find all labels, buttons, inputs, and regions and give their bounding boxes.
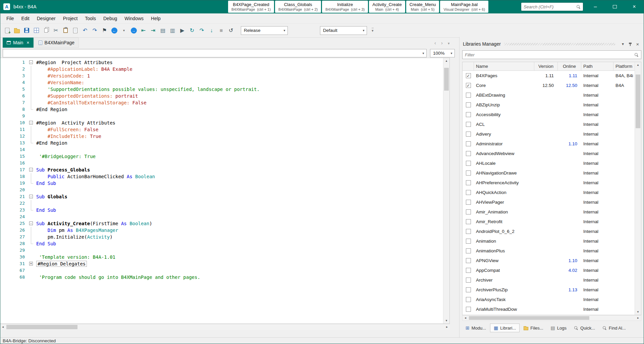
library-checkbox[interactable] [466,190,471,195]
navigate-forward-icon[interactable] [129,26,138,35]
member-navigator-select[interactable] [3,49,427,57]
panel-tab-quick[interactable]: Quick... [571,324,598,332]
library-checkbox[interactable] [466,180,471,185]
table-row[interactable]: AnimationInternal [463,236,641,246]
cut-icon[interactable]: ✂ [51,26,60,35]
table-row[interactable]: AHViewPagerInternal [463,197,641,207]
table-row[interactable]: APNGView1.10Internal [463,256,641,265]
table-row[interactable]: ✓Core12.5012.50InternalB4A [463,81,641,90]
library-online-version[interactable]: 4.02 [558,265,581,275]
editor-horizontal-scrollbar[interactable] [0,324,450,330]
library-checkbox[interactable] [466,93,471,98]
table-row[interactable]: Administrator1.10Internal [463,139,641,149]
table-row[interactable]: AHLocaleInternal [463,158,641,168]
table-row[interactable]: AccessibilityInternal [463,110,641,119]
panel-tab-librari[interactable]: ▦Librari... [490,324,520,332]
menu-project[interactable]: Project [59,13,82,23]
library-checkbox[interactable] [466,307,471,312]
restart-icon[interactable]: ↺ [226,26,235,35]
table-row[interactable]: AHNavigationDraweInternal [463,168,641,178]
titlebar-bookmark[interactable]: InitializeB4XMainPage (ctrl + 3) [322,1,368,13]
table-row[interactable]: AdvancedWebviewInternal [463,149,641,158]
table-row[interactable]: ABExtDrawingInternal [463,90,641,100]
paste-icon[interactable] [61,26,70,35]
table-row[interactable]: AppCompat4.02Internal [463,265,641,275]
scrollbar-track[interactable] [6,324,444,330]
titlebar-bookmark[interactable]: Create_MenuMain (ctrl + 5) [406,1,439,13]
scrollbar-thumb[interactable] [444,68,449,91]
library-checkbox[interactable] [466,209,471,214]
table-row[interactable]: ACLInternal [463,119,641,129]
uncomment-icon[interactable]: ▥ [168,26,177,35]
table-row[interactable]: AHPreferenceActivityInternal [463,178,641,188]
library-checkbox[interactable] [466,132,471,137]
scroll-down-icon[interactable] [443,318,449,324]
library-checkbox[interactable] [466,102,471,107]
library-checkbox[interactable] [466,200,471,205]
toolbar-overflow-icon[interactable] [372,28,374,33]
scrollbar-track[interactable] [468,315,635,321]
fold-toggle-icon[interactable]: - [29,222,33,225]
scroll-up-icon[interactable] [443,58,449,64]
scrollbar-thumb[interactable] [636,75,640,128]
titlebar-bookmark[interactable]: B4XPage_CreatedB4XMainPage (ctrl + 1) [228,1,274,13]
titlebar-bookmark[interactable]: Class_GlobalsB4XMainPage (ctrl + 2) [275,1,321,13]
library-online-version[interactable]: 1.11 [558,71,581,81]
back-history-icon[interactable]: ▾ [119,26,128,35]
table-row[interactable]: ✓B4XPages1.111.11InternalB4A, B4i [463,71,641,81]
titlebar-bookmark[interactable]: MainPage.balVisual Designer (ctrl + 6) [440,1,488,13]
tab-b4xmainpage[interactable]: B4XMainPage [34,38,79,48]
table-row[interactable]: ArchiverPlusZip1.13Internal [463,285,641,295]
zoom-select[interactable]: 100% [430,49,455,57]
panel-tab-files[interactable]: Files... [520,324,546,332]
library-checkbox[interactable] [466,161,471,166]
table-row[interactable]: AriaAsyncTaskInternal [463,295,641,304]
menu-edit[interactable]: Edit [18,13,33,23]
undo-icon[interactable]: ↶ [80,26,90,35]
code-area[interactable]: 1-#Region Project Attributes2 #Applicati… [0,58,443,324]
library-online-version[interactable]: 12.50 [558,81,581,90]
table-row[interactable]: AriaMultiThreadDowInternal [463,304,641,314]
bookmark-icon[interactable]: ⚑ [100,26,109,35]
titlebar-bookmark[interactable]: Activity_CreateMain (ctrl + 4) [369,1,405,13]
comment-icon[interactable]: ▤ [158,26,167,35]
fold-toggle-icon[interactable]: + [29,262,33,265]
library-checkbox[interactable] [466,278,471,283]
scrollbar-track[interactable] [443,64,449,318]
library-checkbox[interactable] [466,122,471,127]
tab-list-icon[interactable] [448,40,450,46]
library-checkbox[interactable]: ✓ [466,83,471,88]
save-icon[interactable] [22,26,31,35]
library-online-version[interactable]: 1.10 [558,256,581,265]
menu-debug[interactable]: Debug [100,13,121,23]
minimize-button[interactable]: – [586,0,605,13]
fold-toggle-icon[interactable]: - [29,60,33,64]
table-row[interactable]: AndroidPlot_0_6_2Internal [463,227,641,236]
indent-icon[interactable]: ⇥ [149,26,158,35]
scrollbar-track[interactable] [635,68,641,309]
table-row[interactable]: AnimationPlusInternal [463,246,641,256]
build-profile-select[interactable]: Default [320,26,367,35]
library-checkbox[interactable] [466,258,471,263]
menu-file[interactable]: File [3,13,18,23]
resume-icon[interactable]: ↻ [187,26,197,35]
fold-toggle-icon[interactable]: - [29,121,33,125]
scroll-tabs-left-icon[interactable] [434,40,436,46]
open-project-icon[interactable] [12,26,21,35]
global-search[interactable] [521,2,583,11]
new-file-icon[interactable] [3,26,12,35]
library-checkbox[interactable] [466,239,471,244]
tab-main[interactable]: Main× [3,38,34,48]
code-editor[interactable]: 1-#Region Project Attributes2 #Applicati… [0,58,450,324]
table-row[interactable]: ArchiverInternal [463,275,641,285]
fold-toggle-icon[interactable]: - [29,195,33,198]
scroll-up-icon[interactable] [635,62,641,68]
outdent-icon[interactable]: ⇤ [139,26,148,35]
library-online-version[interactable]: 1.13 [558,285,581,295]
pin-icon[interactable] [627,42,633,46]
table-row[interactable]: Amir_RetrofitInternal [463,217,641,227]
navigate-back-icon[interactable] [110,26,119,35]
table-row[interactable]: AdiveryInternal [463,129,641,139]
libraries-horizontal-scrollbar[interactable] [462,315,641,321]
library-checkbox[interactable] [466,219,471,224]
